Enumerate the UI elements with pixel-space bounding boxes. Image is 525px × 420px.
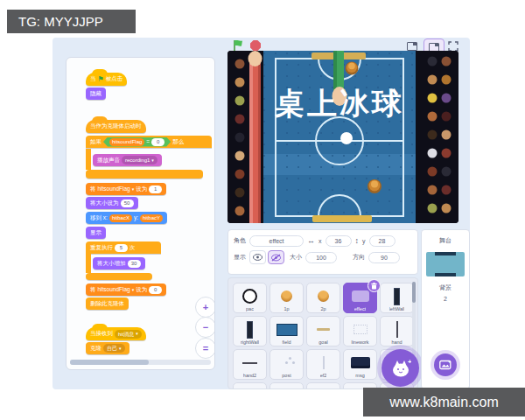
y-label: y [362,238,366,244]
pac-sprite-icon [242,289,257,304]
sprite-tile-linework[interactable]: linework [343,316,377,346]
variable-chip[interactable]: hitbacX [109,214,132,222]
delete-sprite-button[interactable] [368,279,381,292]
sprite-tile-ef2[interactable]: ef2 [306,349,340,380]
block-text: 设为 [136,186,147,192]
block-text: 次 [130,245,136,251]
code-workspace[interactable]: 当 ⚑ 被点击 隐藏 当作为克隆体启动时 如果 hitsoundFlag = 0 [66,57,215,370]
sprite-tile-field[interactable]: field [270,316,304,346]
block-text: 播放声音 [97,158,120,164]
value-chip[interactable]: 0 [149,286,162,294]
block-text: 将大小增加 [97,261,126,267]
hide-sprite-button[interactable] [268,250,284,264]
value-chip[interactable]: 5 [115,244,128,252]
stage-scene: 桌上冰球 [228,51,458,223]
block-repeat[interactable]: 重复执行 5 次 [86,242,161,254]
sprite-tile-partial[interactable] [233,382,267,389]
block-set-variable-0[interactable]: 将 hitsoundFlag ▾ 设为 0 [86,284,166,296]
add-sprite-button[interactable]: + [382,349,419,387]
block-text: 如果 [90,139,102,145]
block-show[interactable]: 显示 [86,227,106,239]
block-text: 隐藏 [90,91,102,97]
block-if-then[interactable]: 如果 hitsoundFlag = 0 那么 [86,136,212,148]
show-sprite-button[interactable] [249,250,266,264]
sound-dropdown[interactable]: recording1 ▾ [122,156,158,164]
value-chip[interactable]: 50 [121,200,134,207]
scrollbar-thumb[interactable] [70,360,149,365]
sprite-tile-effect[interactable]: effect [343,283,377,313]
sprite-tile-partial[interactable] [306,382,340,389]
green-flag-button[interactable] [232,39,244,52]
y-input[interactable]: 28 [369,235,396,247]
stage-thumbnail[interactable] [426,252,465,276]
sprite-tile-label: post [282,373,290,378]
block-text: 将大小设为 [90,200,119,206]
block-text: 将 [90,186,96,192]
repeat-block-bottom [86,273,152,280]
sprite-tile-partial[interactable] [270,382,304,389]
block-play-sound[interactable]: 播放声音 recording1 ▾ [93,154,162,166]
bottom-goal-bar [312,215,372,222]
block-text: 当 [90,76,96,82]
block-when-clone-starts[interactable]: 当作为克隆体启动时 [86,120,146,133]
block-set-variable-1[interactable]: 将 hitsoundFlag ▾ 设为 1 [86,183,166,195]
block-when-flag-clicked[interactable]: 当 ⚑ 被点击 [86,73,127,86]
block-set-size[interactable]: 将大小设为 50 [86,197,138,209]
stage-canvas[interactable]: 桌上冰球 [228,51,458,223]
horizontal-scrollbar[interactable] [70,360,211,365]
value-chip[interactable]: 0 [151,138,164,146]
sprite-tile-leftwall[interactable]: leftWall [380,283,414,313]
chevron-down-icon: ▾ [151,158,154,163]
orange-puck-top [346,62,359,75]
watermark-bottom-text: www.k8main.com [389,395,498,410]
left-token-column [235,60,245,216]
stage-selector-panel[interactable]: 舞台 背景 2 + [421,229,470,389]
scrollbar-thumb[interactable] [412,282,416,303]
watermark-top-text: TG: MYYJJPP [18,14,103,29]
block-when-receive[interactable]: 当接收到 hit消息 ▾ [86,327,146,340]
variable-chip[interactable]: hitsoundFlag [109,138,144,146]
zoom-reset-button[interactable]: = [195,338,215,359]
zoom-out-button[interactable]: − [195,317,215,338]
variable-chip[interactable]: hitbacY [140,214,163,222]
direction-input[interactable]: 90 [368,252,400,263]
add-backdrop-button[interactable]: + [434,354,457,376]
sprite-tile-1p[interactable]: 1p [270,283,304,313]
value-chip[interactable]: 1 [149,186,162,193]
sprite-tile-rightwall[interactable]: rightWall [233,316,267,346]
eye-slash-icon [271,254,281,262]
stage-panel-title: 舞台 [422,236,469,245]
sprite-tile-2p[interactable]: 2p [306,283,340,313]
stop-button[interactable] [250,40,261,51]
hand-sprite-icon [396,321,398,338]
sprite-tile-post[interactable]: post [270,349,304,380]
sprite-name-input[interactable]: effect [249,235,304,247]
block-text: 重复执行 [90,245,113,251]
block-change-size[interactable]: 将大小增加 30 [93,257,145,270]
block-text: 当作为克隆体启动时 [90,123,142,130]
block-go-to-xy[interactable]: 移到 x: hitbacX y: hitbacY [86,212,167,224]
block-hide[interactable]: 隐藏 [86,88,106,100]
block-delete-clone[interactable]: 删除此克隆体 [86,298,129,310]
sprite-tile-hand2[interactable]: hand2 [233,349,267,380]
message-dropdown[interactable]: hit消息 ▾ [115,330,142,339]
equals-operator[interactable]: hitsoundFlag = 0 [103,137,171,147]
operator-text: = [146,139,150,145]
variable-dropdown[interactable]: hitsoundFlag [98,186,130,192]
sprite-tile-hand[interactable]: hand [380,316,414,346]
clone-target-dropdown[interactable]: 自己 ▾ [103,344,125,353]
zoom-in-button[interactable]: + [195,297,215,318]
value-chip[interactable]: 30 [128,260,141,268]
block-create-clone[interactable]: 克隆 自己 ▾ [86,342,130,354]
sprite-tile-goal[interactable]: goal [306,316,340,346]
zoom-out-icon: − [203,322,208,332]
post-sprite-icon [285,361,288,364]
sprite-tile-msg[interactable]: msg [343,349,377,380]
sprite-tile-pac[interactable]: pac [233,283,267,313]
x-input[interactable]: 36 [326,235,352,247]
variable-dropdown[interactable]: hitsoundFlag [98,287,130,293]
if-block-bottom [86,170,203,178]
chevron-down-icon: ▾ [136,332,138,336]
x-label: x [318,238,322,244]
size-input[interactable]: 100 [305,252,337,263]
